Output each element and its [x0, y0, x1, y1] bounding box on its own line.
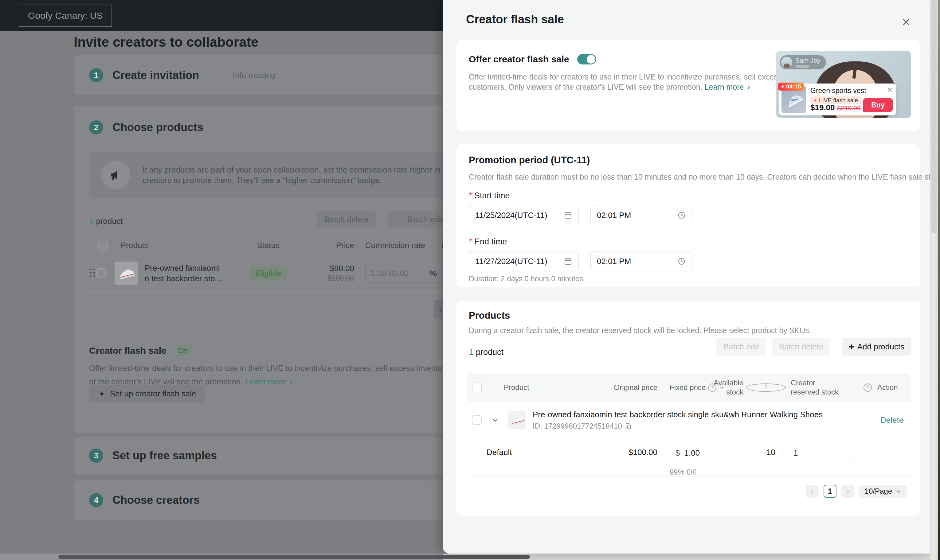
products-card: Products During a creator flash sale, th…	[456, 301, 920, 516]
batch-edit-button[interactable]: Batch edit	[716, 338, 766, 355]
products-title: Products	[469, 310, 510, 321]
end-time-label: End time	[469, 237, 507, 246]
fixed-price-value[interactable]	[684, 448, 721, 458]
products-desc: During a creator flash sale, the creator…	[469, 326, 811, 335]
table-row: Pre-owned fanxiaomin test backorder stoc…	[467, 402, 911, 438]
vertical-scrollbar-track[interactable]	[930, 0, 938, 560]
start-time-input[interactable]: 02:01 PM	[590, 205, 692, 225]
store-selector[interactable]: Goofy Canary: US	[19, 5, 112, 27]
help-icon[interactable]	[746, 383, 786, 392]
panel-products-table: Product Original price Fixed price Avail…	[467, 373, 911, 498]
learn-more-link[interactable]: Learn more	[705, 83, 744, 91]
product-name: Pre-owned fanxiaomin test backorder stoc…	[533, 410, 823, 419]
copy-icon[interactable]	[625, 423, 632, 429]
reserved-stock-value[interactable]	[794, 448, 843, 458]
commission-placeholder: 1.00-80.00	[370, 269, 430, 278]
preview-close-icon: ✕	[887, 86, 893, 94]
end-date-input[interactable]: 11/27/2024(UTC-11)	[469, 251, 579, 271]
sku-row: Default $100.00 $ 99% Off 10	[467, 438, 911, 477]
clock-icon	[677, 257, 686, 266]
setup-button-label: Set up creator flash sale	[110, 389, 196, 398]
store-name: Goofy Canary: US	[28, 11, 103, 21]
prev-page-button[interactable]	[806, 485, 819, 498]
offer-flash-sale-toggle[interactable]	[577, 54, 596, 65]
batch-delete-button[interactable]: Batch delete	[317, 211, 376, 228]
add-products-button[interactable]: + Add products	[842, 338, 911, 355]
preview-product-name: Green sports vest	[811, 86, 866, 95]
end-time-value: 02:01 PM	[597, 257, 677, 266]
learn-more-link[interactable]: Learn more	[245, 377, 286, 386]
reserved-stock-input[interactable]	[787, 443, 855, 463]
delete-product-link[interactable]: Delete	[877, 415, 911, 425]
setup-creator-flash-sale-button[interactable]: Set up creator flash sale	[89, 385, 205, 403]
duration-text: Duration: 2 days 0 hours 0 minutes	[469, 274, 583, 283]
chevron-down-icon	[896, 488, 901, 494]
product-image	[115, 262, 138, 285]
available-stock-value: 10	[736, 443, 787, 457]
streamer-name: Sam Joy	[795, 57, 820, 64]
select-all-checkbox[interactable]	[98, 241, 108, 251]
expand-chevron-down-icon[interactable]	[492, 416, 499, 424]
current-page-button[interactable]: 1	[824, 485, 837, 498]
help-icon[interactable]	[863, 383, 872, 392]
commission-rate-input[interactable]: 1.00-80.00 %	[365, 264, 442, 283]
product-name-line2: n test backorder sto...	[145, 273, 222, 284]
timer-value: 04:15	[786, 83, 801, 90]
lightning-icon	[98, 390, 106, 397]
col-header-product: Product	[115, 241, 237, 250]
live-flash-sale-preview: Sam Joy 04:15 Green sports vest ✕	[776, 51, 911, 118]
flash-timer-badge: 04:15	[778, 83, 804, 91]
vertical-scrollbar-thumb[interactable]	[931, 0, 937, 233]
banner-line2: creators to promote them. They'll see a …	[143, 175, 490, 185]
plus-icon: +	[849, 342, 854, 351]
step-label-choose-creators: Choose creators	[112, 494, 200, 506]
select-all-checkbox[interactable]	[472, 383, 482, 392]
start-date-input[interactable]: 11/25/2024(UTC-11)	[469, 205, 579, 225]
page-title: Invite creators to collaborate	[74, 34, 259, 50]
preview-buy-button: Buy	[863, 98, 893, 112]
percent-suffix: %	[430, 269, 437, 278]
close-drawer-button[interactable]	[900, 16, 912, 28]
add-products-label: Add products	[857, 342, 905, 352]
horizontal-scrollbar-track[interactable]	[0, 554, 930, 560]
promotion-period-desc: Creator flash sale duration must be no l…	[469, 172, 940, 182]
sku-name: Default	[487, 443, 596, 457]
row-checkbox[interactable]	[472, 415, 482, 425]
flash-sale-desc-line1: Offer limited-time deals for creators to…	[89, 362, 491, 375]
sku-original-price: $100.00	[596, 443, 657, 457]
flash-sale-section-title: Creator flash sale	[89, 345, 166, 356]
creator-flash-sale-drawer: Creator flash sale Offer creator flash s…	[443, 0, 930, 554]
fixed-price-input[interactable]: $	[670, 443, 740, 463]
col-header-commission-rate: Commission rate	[354, 241, 438, 250]
megaphone-icon	[102, 161, 130, 189]
panel-product-count-number: 1	[469, 348, 473, 357]
step-number-badge: 3	[89, 449, 103, 463]
drawer-title: Creator flash sale	[466, 13, 564, 26]
avatar	[781, 57, 792, 68]
page-size-select[interactable]: 10/Page	[859, 485, 907, 498]
panel-product-count-label: product	[476, 348, 504, 357]
close-icon	[901, 17, 911, 27]
currency-prefix: $	[675, 448, 680, 458]
promotion-period-card: Promotion period (UTC-11) Creator flash …	[456, 144, 920, 288]
horizontal-scrollbar-thumb[interactable]	[59, 555, 530, 559]
product-count-number: 1	[89, 217, 93, 226]
col-header-product: Product	[504, 383, 596, 392]
product-old-price: $100.00	[299, 273, 354, 283]
end-time-input[interactable]: 02:01 PM	[590, 251, 692, 271]
preview-old-price: $219.00	[837, 105, 861, 112]
page-size-value: 10/Page	[865, 487, 892, 495]
offer-flash-sale-card: Offer creator flash sale Offer limited-t…	[456, 40, 920, 131]
start-time-label: Start time	[469, 191, 510, 200]
chevron-right-icon	[288, 380, 294, 385]
product-price: $90.00	[330, 264, 354, 273]
preview-price: $19.00	[811, 103, 835, 112]
step-label-create-invitation: Create invitation	[112, 69, 199, 82]
drag-handle-icon[interactable]	[90, 269, 92, 278]
row-checkbox[interactable]	[96, 268, 106, 278]
next-page-button[interactable]	[841, 485, 854, 498]
col-header-price: Price	[299, 241, 354, 250]
screen: Goofy Canary: US Invite creators to coll…	[0, 0, 940, 560]
step-number-badge: 2	[89, 120, 103, 134]
batch-delete-button[interactable]: Batch delete	[772, 338, 831, 355]
